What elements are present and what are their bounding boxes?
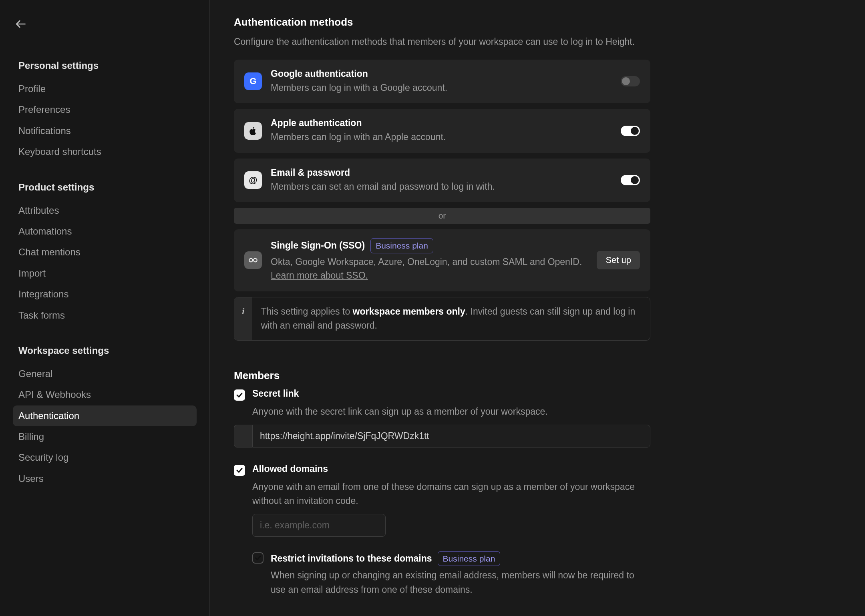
sidebar-item-security-log[interactable]: Security log bbox=[13, 447, 197, 468]
info-note-strong: workspace members only bbox=[353, 306, 465, 317]
auth-info-note: i This setting applies to workspace memb… bbox=[234, 297, 650, 341]
auth-provider-google: G Google authentication Members can log … bbox=[234, 60, 650, 104]
sidebar-item-task-forms[interactable]: Task forms bbox=[13, 305, 197, 326]
apple-auth-toggle[interactable] bbox=[621, 126, 640, 136]
sidebar-item-keyboard-shortcuts[interactable]: Keyboard shortcuts bbox=[13, 141, 197, 162]
sidebar: Personal settingsProfilePreferencesNotif… bbox=[0, 0, 210, 616]
secret-link-checkbox[interactable] bbox=[234, 389, 245, 401]
sso-icon bbox=[244, 251, 262, 269]
sidebar-item-notifications[interactable]: Notifications bbox=[13, 120, 197, 141]
auth-provider-email: @ Email & password Members can set an em… bbox=[234, 159, 650, 203]
check-icon bbox=[254, 554, 262, 562]
sidebar-item-profile[interactable]: Profile bbox=[13, 78, 197, 99]
google-icon: G bbox=[244, 72, 262, 90]
info-note-prefix: This setting applies to bbox=[261, 306, 353, 317]
sidebar-group-heading: Workspace settings bbox=[13, 345, 197, 356]
apple-auth-title: Apple authentication bbox=[271, 118, 612, 128]
allowed-domains-input[interactable] bbox=[252, 514, 386, 537]
sidebar-item-automations[interactable]: Automations bbox=[13, 221, 197, 242]
allowed-domains-label: Allowed domains bbox=[252, 464, 328, 474]
check-icon bbox=[236, 467, 243, 474]
section-title-members: Members bbox=[234, 369, 650, 382]
secret-link-input[interactable] bbox=[252, 425, 650, 447]
sidebar-item-api-webhooks[interactable]: API & Webhooks bbox=[13, 384, 197, 405]
sidebar-item-general[interactable]: General bbox=[13, 363, 197, 384]
restrict-domains-label: Restrict invitations to these domains bbox=[271, 553, 432, 564]
restrict-plan-chip: Business plan bbox=[438, 551, 501, 566]
section-desc-auth-methods: Configure the authentication methods tha… bbox=[234, 35, 650, 49]
sidebar-item-authentication[interactable]: Authentication bbox=[13, 405, 197, 426]
sidebar-item-users[interactable]: Users bbox=[13, 468, 197, 489]
sidebar-item-preferences[interactable]: Preferences bbox=[13, 99, 197, 120]
allowed-domains-checkbox[interactable] bbox=[234, 465, 245, 476]
arrow-left-icon bbox=[14, 18, 27, 30]
svg-point-2 bbox=[253, 259, 257, 262]
apple-auth-desc: Members can log in with an Apple account… bbox=[271, 130, 612, 144]
email-auth-toggle[interactable] bbox=[621, 175, 640, 185]
at-sign-icon: @ bbox=[244, 171, 262, 189]
google-auth-title: Google authentication bbox=[271, 68, 612, 79]
back-button[interactable] bbox=[13, 16, 29, 32]
secret-link-leading bbox=[234, 425, 252, 447]
check-icon bbox=[236, 391, 243, 399]
secret-link-desc: Anyone with the secret link can sign up … bbox=[252, 405, 650, 419]
section-title-auth-methods: Authentication methods bbox=[234, 16, 650, 28]
main-content: Authentication methods Configure the aut… bbox=[210, 0, 865, 616]
sso-plan-chip: Business plan bbox=[370, 238, 433, 253]
sso-auth-desc-text: Okta, Google Workspace, Azure, OneLogin,… bbox=[271, 257, 582, 267]
sidebar-item-chat-mentions[interactable]: Chat mentions bbox=[13, 242, 197, 263]
auth-provider-sso: Single Sign-On (SSO) Business plan Okta,… bbox=[234, 229, 650, 291]
google-auth-toggle[interactable] bbox=[621, 76, 640, 86]
sidebar-item-attributes[interactable]: Attributes bbox=[13, 200, 197, 221]
sso-auth-desc: Okta, Google Workspace, Azure, OneLogin,… bbox=[271, 255, 588, 283]
info-icon: i bbox=[234, 297, 252, 340]
secret-link-label: Secret link bbox=[252, 388, 299, 399]
email-auth-desc: Members can set an email and password to… bbox=[271, 180, 612, 194]
or-separator: or bbox=[234, 208, 650, 224]
sidebar-group-heading: Personal settings bbox=[13, 60, 197, 71]
restrict-domains-checkbox[interactable] bbox=[252, 552, 264, 564]
svg-point-1 bbox=[249, 259, 253, 262]
email-auth-title: Email & password bbox=[271, 167, 612, 178]
allowed-domains-desc: Anyone with an email from one of these d… bbox=[252, 480, 650, 508]
google-auth-desc: Members can log in with a Google account… bbox=[271, 81, 612, 95]
sso-auth-title: Single Sign-On (SSO) bbox=[271, 240, 365, 251]
restrict-domains-desc: When signing up or changing an existing … bbox=[271, 568, 650, 597]
sidebar-group-heading: Product settings bbox=[13, 182, 197, 193]
sidebar-item-import[interactable]: Import bbox=[13, 263, 197, 284]
sso-setup-button[interactable]: Set up bbox=[597, 251, 640, 269]
sidebar-item-billing[interactable]: Billing bbox=[13, 426, 197, 447]
apple-icon bbox=[244, 122, 262, 140]
learn-more-sso-link[interactable]: Learn more about SSO. bbox=[271, 270, 368, 281]
auth-provider-apple: Apple authentication Members can log in … bbox=[234, 109, 650, 153]
sidebar-item-integrations[interactable]: Integrations bbox=[13, 284, 197, 305]
